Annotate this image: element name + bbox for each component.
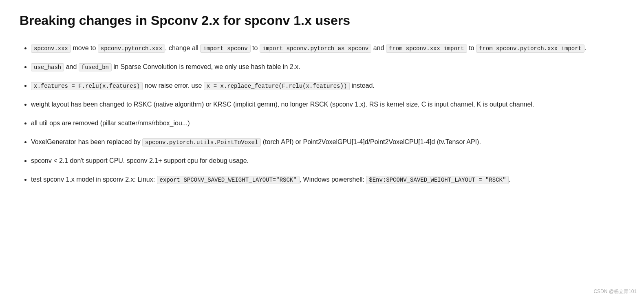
inline-text: move to [71, 44, 98, 51]
inline-text: to [467, 44, 476, 51]
inline-code: export SPCONV_SAVED_WEIGHT_LAYOUT="RSCK" [157, 176, 300, 184]
inline-text: and [64, 63, 79, 70]
list-item-3: x.features = F.relu(x.features) now rais… [31, 80, 624, 91]
list-item-7: spconv < 2.1 don't support CPU. spconv 2… [31, 155, 624, 167]
inline-text: test spconv 1.x model in spconv 2.x: Lin… [31, 176, 157, 183]
list-item-5: all util ops are removed (pillar scatter… [31, 118, 624, 129]
watermark: CSDN @杨立青101 [593, 288, 637, 295]
inline-code: spconv.pytorch.xxx [98, 44, 165, 53]
inline-text: instead. [350, 82, 374, 89]
list-item-2: use_hash and fused_bn in Sparse Convolut… [31, 61, 624, 73]
inline-text: (torch API) or Point2VoxelGPU[1-4]d/Poin… [261, 138, 481, 145]
inline-code: from spconv.xxx import [386, 44, 467, 53]
inline-code: x = x.replace_feature(F.relu(x.features)… [204, 82, 350, 90]
inline-text: in Sparse Convolution is removed, we onl… [112, 63, 300, 70]
list-item-4: weight layout has been changed to RSKC (… [31, 99, 624, 110]
inline-code: fused_bn [79, 63, 112, 71]
list-item-6: VoxelGenerator has been replaced by spco… [31, 136, 624, 148]
inline-text: . [584, 44, 586, 51]
content-list: spconv.xxx move to spconv.pytorch.xxx, c… [20, 42, 624, 185]
inline-text: to [251, 44, 260, 51]
inline-code: spconv.xxx [31, 44, 71, 53]
inline-text: weight layout has been changed to RSKC (… [31, 101, 534, 108]
inline-code: import spconv.pytorch as spconv [260, 44, 371, 53]
inline-text: , Windows powershell: [300, 176, 366, 183]
inline-text: VoxelGenerator has been replaced by [31, 138, 142, 145]
inline-code: from spconv.pytorch.xxx import [476, 44, 584, 53]
inline-text: . [509, 176, 510, 183]
inline-code: x.features = F.relu(x.features) [31, 82, 143, 90]
inline-text: spconv < 2.1 don't support CPU. spconv 2… [31, 157, 249, 164]
inline-text: , change all [165, 44, 200, 51]
page-title: Breaking changes in Spconv 2.x for spcon… [20, 13, 624, 34]
list-item-8: test spconv 1.x model in spconv 2.x: Lin… [31, 174, 624, 185]
list-item-1: spconv.xxx move to spconv.pytorch.xxx, c… [31, 42, 624, 54]
inline-text: and [371, 44, 386, 51]
inline-code: import spconv [200, 44, 250, 53]
inline-code: use_hash [31, 63, 64, 71]
inline-text: now raise error. use [143, 82, 203, 89]
inline-code: spconv.pytorch.utils.PointToVoxel [142, 138, 261, 147]
inline-text: all util ops are removed (pillar scatter… [31, 120, 190, 127]
inline-code: $Env:SPCONV_SAVED_WEIGHT_LAYOUT = "RSCK" [366, 176, 509, 184]
